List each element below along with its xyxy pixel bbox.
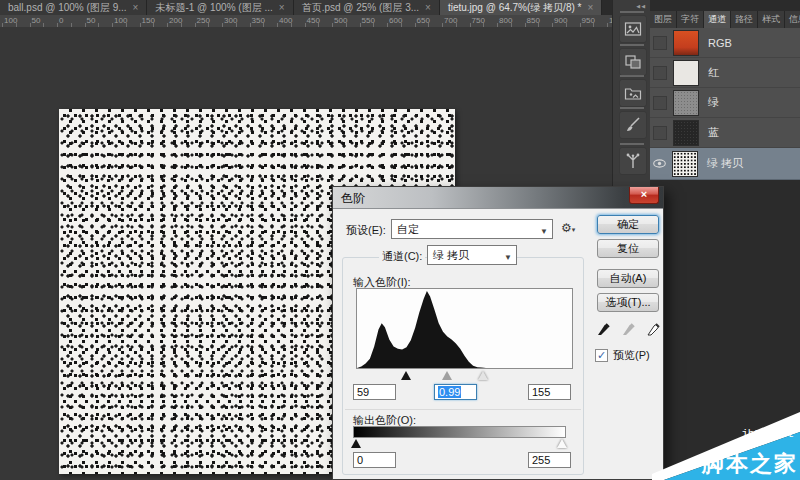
panel-label-divider: [620, 44, 644, 46]
ruler-label: 650: [417, 16, 430, 25]
histogram[interactable]: [356, 288, 573, 369]
preset-options-gear-icon[interactable]: ⚙▾: [561, 221, 575, 235]
reset-button[interactable]: 复位: [597, 239, 659, 258]
ruler-label: 850: [527, 16, 540, 25]
preset-dropdown[interactable]: 自定 ▼: [391, 219, 553, 239]
expand-panels-button[interactable]: ◀◀: [636, 3, 646, 9]
tab-close-icon[interactable]: ×: [425, 3, 431, 13]
channel-list: RGB红绿蓝绿 拷贝: [650, 28, 800, 180]
panel-label-divider: [620, 107, 644, 109]
channel-thumbnail: [673, 60, 699, 86]
levels-dialog: 色阶 × 预设(E): 自定 ▼ ⚙▾ 通道(C): 绿 拷贝 ▼ 输入色阶(I…: [332, 186, 664, 480]
layer-comps-panel-icon[interactable]: [619, 79, 647, 107]
black-point-eyedropper-icon[interactable]: [596, 320, 613, 337]
output-highlight-slider[interactable]: [557, 439, 567, 448]
panel-label-divider: [620, 75, 644, 77]
gear-icon: ⚙: [561, 221, 572, 235]
input-gamma-field[interactable]: 0.99: [434, 384, 477, 400]
watermark: jb51.net 脚本之家: [652, 402, 800, 480]
visibility-well[interactable]: [653, 96, 667, 110]
ruler-label: 50: [32, 16, 41, 25]
panel-tab-样式[interactable]: 样式: [758, 11, 785, 28]
panel-tab-路径[interactable]: 路径: [731, 11, 758, 28]
output-gradient-bar[interactable]: [353, 426, 566, 438]
document-tab[interactable]: 首页.psd @ 25% (图层 3...×: [294, 0, 440, 15]
dialog-title: 色阶: [341, 190, 365, 207]
histogram-plot: [357, 289, 572, 368]
ruler-label: 400: [279, 16, 292, 25]
channel-row[interactable]: 蓝: [650, 118, 800, 148]
document-tab[interactable]: tietu.jpg @ 64.7%(绿 拷贝/8) *×: [440, 0, 602, 15]
brush-panel-icon[interactable]: [619, 111, 647, 139]
channel-thumbnail: [673, 90, 699, 116]
ruler-label: 800: [499, 16, 512, 25]
checkbox-check-icon: ✓: [595, 349, 608, 362]
eyedropper-group: [596, 320, 663, 337]
panel-tab-图层[interactable]: 图层: [650, 11, 677, 28]
channel-label: 通道(C):: [379, 249, 425, 264]
visibility-well[interactable]: [653, 66, 667, 80]
input-highlight-field[interactable]: 155: [528, 384, 571, 400]
output-shadow-slider[interactable]: [351, 439, 361, 448]
navigator-panel-icon[interactable]: [619, 15, 647, 43]
white-point-eyedropper-icon[interactable]: [646, 320, 663, 337]
gray-point-eyedropper-icon[interactable]: [621, 320, 638, 337]
preview-checkbox[interactable]: ✓ 预览(P): [595, 348, 650, 363]
channel-name: 绿 拷贝: [707, 156, 743, 171]
ruler-label: 200: [169, 16, 182, 25]
channel-name: 蓝: [708, 125, 719, 140]
chevron-down-icon: ▼: [540, 223, 548, 241]
close-icon[interactable]: ×: [629, 187, 659, 204]
channel-name: RGB: [708, 37, 732, 49]
document-tab[interactable]: ball.psd @ 100% (图层 9...×: [0, 0, 147, 15]
panel-tab-信息[interactable]: 信息: [785, 11, 800, 28]
ok-button[interactable]: 确定: [597, 215, 659, 234]
ruler-label: 450: [307, 16, 320, 25]
tool-presets-panel-icon[interactable]: [619, 147, 647, 175]
auto-button[interactable]: 自动(A): [597, 269, 659, 288]
ruler-label: 350: [252, 16, 265, 25]
visibility-well[interactable]: [653, 36, 667, 50]
ruler-label: 550: [362, 16, 375, 25]
channel-name: 绿: [708, 95, 719, 110]
ruler-label: 150: [142, 16, 155, 25]
panel-tab-字符[interactable]: 字符: [677, 11, 704, 28]
channel-row[interactable]: 红: [650, 58, 800, 88]
document-tab-label: 首页.psd @ 25% (图层 3...: [302, 1, 419, 15]
watermark-site-url: jb51.net: [741, 428, 794, 440]
ruler-label: 0: [59, 16, 63, 25]
ruler-label: 700: [444, 16, 457, 25]
photoshop-window: ball.psd @ 100% (图层 9...×未标题-1 @ 100% (图…: [0, 0, 800, 480]
output-shadow-field[interactable]: 0: [353, 452, 396, 468]
ruler-label: 50: [87, 16, 96, 25]
output-highlight-field[interactable]: 255: [528, 452, 571, 468]
channel-row[interactable]: 绿 拷贝: [650, 148, 800, 180]
input-highlight-slider[interactable]: [478, 371, 488, 380]
dialog-titlebar[interactable]: 色阶 ×: [333, 187, 663, 209]
document-tabs: ball.psd @ 100% (图层 9...×未标题-1 @ 100% (图…: [0, 0, 612, 15]
document-tab-label: tietu.jpg @ 64.7%(绿 拷贝/8) *: [448, 1, 582, 15]
input-shadow-slider[interactable]: [401, 371, 411, 380]
tab-close-icon[interactable]: ×: [587, 3, 593, 13]
input-gamma-slider[interactable]: [442, 371, 452, 380]
panel-tabs: 图层字符通道路径样式信息历史: [650, 11, 800, 28]
channel-thumbnail: [673, 120, 699, 146]
channel-row[interactable]: 绿: [650, 88, 800, 118]
panel-tab-通道[interactable]: 通道: [704, 11, 731, 28]
preview-label: 预览(P): [613, 348, 650, 363]
channel-dropdown[interactable]: 绿 拷贝 ▼: [427, 245, 517, 265]
options-button[interactable]: 选项(T)...: [597, 293, 659, 312]
panel-label-divider: [620, 143, 644, 145]
input-shadow-field[interactable]: 59: [353, 384, 396, 400]
tab-close-icon[interactable]: ×: [279, 3, 285, 13]
tab-close-icon[interactable]: ×: [133, 3, 139, 13]
ruler-label: 300: [224, 16, 237, 25]
channel-row[interactable]: RGB: [650, 28, 800, 58]
ruler-label: 100: [114, 16, 127, 25]
ruler-label: 500: [334, 16, 347, 25]
adjustments-panel-icon[interactable]: [619, 48, 647, 76]
document-tab[interactable]: 未标题-1 @ 100% (图层 ...×: [147, 0, 293, 15]
visibility-eye-icon[interactable]: [652, 159, 666, 168]
visibility-well[interactable]: [653, 126, 667, 140]
ruler-label: 750: [472, 16, 485, 25]
